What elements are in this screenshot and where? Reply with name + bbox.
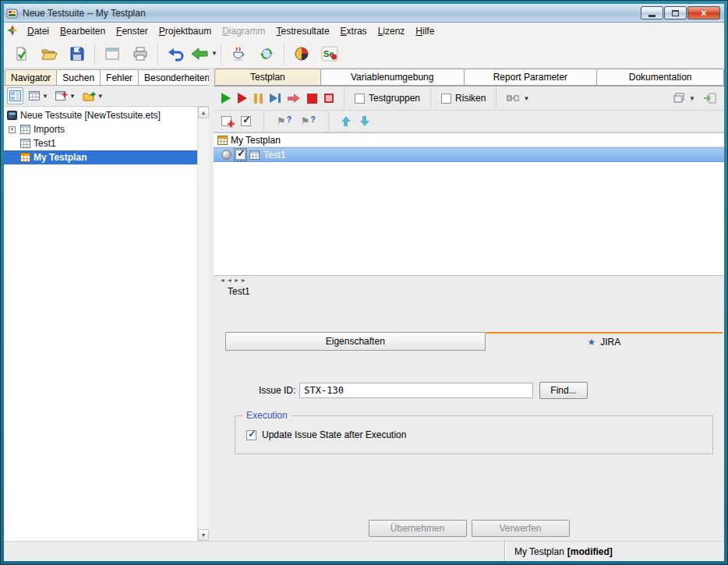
selenium-button[interactable]: Se [316, 41, 344, 67]
arrow-stem [344, 122, 348, 126]
new-item-menu-button[interactable]: ▼ [27, 87, 50, 104]
plus-icon: ✚ [228, 120, 235, 129]
status-selection-area: My Testplan [modified] [504, 542, 724, 561]
export-icon [703, 93, 716, 104]
flag-question-icon[interactable]: ⚑? [277, 116, 292, 126]
menu-extras[interactable]: Extras [335, 24, 373, 38]
app-window: Neue Testsuite -- My Testplan × Datei Be… [0, 0, 728, 565]
undo-button[interactable] [161, 41, 189, 67]
scroll-up-icon[interactable]: ▲ [198, 107, 209, 118]
collapse-right-icon[interactable]: ► [234, 277, 239, 283]
find-button[interactable]: Find... [539, 382, 587, 399]
tab-eigenschaften[interactable]: Eigenschaften [225, 332, 486, 351]
row-enabled-checkbox[interactable] [235, 150, 246, 160]
tab-report-parameter[interactable]: Report Parameter [464, 69, 598, 86]
update-issue-row[interactable]: Update Issue State after Execution [246, 429, 712, 440]
step-icon [294, 94, 300, 103]
browser-refresh-button[interactable] [253, 41, 281, 67]
scroll-down-icon[interactable]: ▼ [198, 529, 209, 541]
issue-id-input[interactable] [299, 383, 533, 398]
window-copy-button[interactable] [98, 41, 126, 67]
expand-icon[interactable]: + [9, 126, 16, 133]
tree-item-test1[interactable]: Test1 [4, 136, 197, 150]
toolbar-separator [263, 111, 264, 132]
tree-item-imports[interactable]: + Imports [4, 122, 197, 136]
checkbox-icon[interactable] [355, 94, 365, 104]
tree-item-label: Neue Testsuite [NewTestsuite.ets] [20, 110, 161, 121]
row-label: Test1 [263, 150, 286, 161]
testgruppen-checkbox[interactable]: Testgruppen [355, 93, 420, 104]
step-button[interactable] [288, 94, 300, 103]
print-button[interactable] [126, 41, 154, 67]
export-report-button[interactable] [703, 93, 716, 104]
tab-navigator[interactable]: Navigator [5, 69, 57, 85]
collapse-left-icon[interactable]: ◄ [220, 277, 225, 283]
collapse-right-icon[interactable]: ► [241, 277, 246, 283]
apply-button[interactable]: Übernehmen [369, 520, 467, 537]
tree-scrollbar[interactable]: ▲ ▼ [197, 107, 209, 541]
report-layers-menu-button[interactable]: ▼ [673, 93, 695, 104]
checkbox-icon[interactable] [441, 94, 451, 104]
testplan-row-test1[interactable]: Test1 [214, 147, 724, 162]
stop-button[interactable] [307, 94, 317, 104]
tab-jira[interactable]: ★ JIRA [486, 332, 723, 351]
menu-testresultate[interactable]: Testresultate [271, 24, 335, 38]
horizontal-splitter[interactable]: ◄ ◄ ► ► [214, 275, 724, 284]
toolbar-separator [344, 87, 345, 109]
close-button[interactable]: × [687, 6, 720, 19]
tree-item-suite[interactable]: Neue Testsuite [NewTestsuite.ets] [4, 108, 197, 122]
add-check-item-button[interactable]: ✚ [221, 116, 231, 126]
menu-projektbaum[interactable]: Projektbaum [154, 24, 217, 38]
tree-item-my-testplan[interactable]: My Testplan [4, 150, 197, 164]
run-to-end-button[interactable] [270, 94, 281, 103]
pause-button[interactable] [254, 94, 263, 104]
menu-fenster[interactable]: Fenster [111, 24, 154, 38]
tab-testplan[interactable]: Testplan [214, 69, 321, 86]
menu-hilfe[interactable]: Hilfe [410, 24, 440, 38]
chevron-down-icon: ▼ [42, 93, 48, 100]
minimize-button[interactable] [641, 6, 663, 19]
tree-view-mode-button[interactable] [7, 87, 23, 104]
move-up-button[interactable] [341, 116, 351, 126]
question-icon: ? [310, 116, 315, 124]
window-title: Neue Testsuite -- My Testplan [23, 8, 146, 19]
maximize-button[interactable] [664, 6, 687, 19]
menu-lizenz[interactable]: Lizenz [373, 24, 411, 38]
testsuite-icon [7, 111, 17, 120]
new-suite-button[interactable] [7, 41, 35, 67]
titlebar[interactable]: Neue Testsuite -- My Testplan × [4, 4, 724, 23]
status-message-area [4, 542, 504, 561]
tab-suchen[interactable]: Suchen [56, 69, 101, 85]
menu-datei[interactable]: Datei [22, 24, 55, 38]
right-tab-bar: Testplan Variablenumgebung Report Parame… [214, 69, 724, 87]
new-testcase-menu-button[interactable]: ▼ [54, 87, 77, 104]
testplan-root-row[interactable]: My Testplan [214, 133, 724, 147]
tab-dokumentation[interactable]: Dokumentation [596, 69, 724, 86]
coverage-button[interactable] [288, 41, 316, 67]
move-down-button[interactable] [360, 116, 369, 126]
java-bridge-button[interactable] [224, 41, 253, 67]
tab-jira-label: JIRA [600, 337, 620, 348]
navigate-back-button[interactable]: ▼ [189, 41, 217, 67]
flag-question-alt-icon[interactable]: ⚑? [301, 116, 316, 126]
open-button[interactable] [35, 41, 63, 67]
risiken-checkbox[interactable]: Risiken [441, 93, 486, 104]
testplan-panel: Testplan Variablenumgebung Report Parame… [214, 69, 724, 541]
tab-fehler[interactable]: Fehler [100, 69, 139, 85]
collapse-left-icon[interactable]: ◄ [227, 277, 232, 283]
navigator-panel: Navigator Suchen Fehler Besonderheiten ▼… [4, 69, 209, 541]
stop-all-button[interactable] [324, 94, 334, 103]
menu-bearbeiten[interactable]: Bearbeiten [55, 24, 111, 38]
connector-menu-button[interactable]: ▼ [507, 93, 529, 104]
run-button[interactable] [221, 93, 231, 104]
update-issue-checkbox[interactable] [246, 430, 256, 440]
toggle-check-item-button[interactable] [241, 116, 251, 126]
tab-variablenumgebung[interactable]: Variablenumgebung [320, 69, 465, 86]
selected-item-label: Test1 [214, 284, 724, 299]
discard-button[interactable]: Verwerfen [472, 520, 570, 537]
new-folder-menu-button[interactable]: ▼ [81, 87, 105, 104]
toolbar-separator [157, 43, 158, 65]
save-button[interactable] [63, 41, 91, 67]
run-debug-button[interactable] [238, 93, 247, 104]
tab-besonderheiten[interactable]: Besonderheiten [138, 69, 216, 85]
